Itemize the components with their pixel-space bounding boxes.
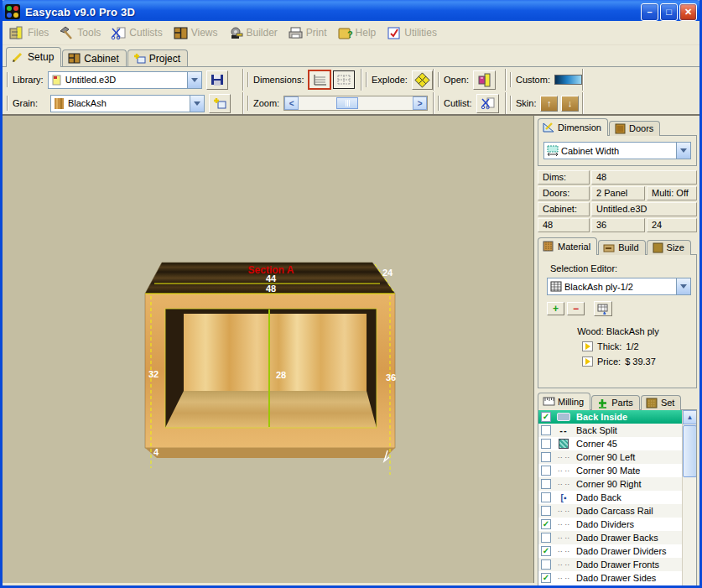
toolbar-utilities[interactable]: Utilities (382, 24, 440, 42)
list-item[interactable]: Corner 45 (538, 437, 682, 450)
dims-value: 48 (591, 170, 697, 185)
toolbar-cutlists[interactable]: Cutlists (107, 24, 165, 42)
tools-icon (59, 26, 75, 40)
item-checkbox[interactable] (541, 466, 551, 476)
tab-doors[interactable]: Doors (609, 121, 660, 136)
material-table-button[interactable] (594, 301, 612, 316)
maximize-button[interactable]: □ (660, 3, 678, 21)
dropdown-arrow-icon[interactable] (187, 72, 201, 88)
tab-project[interactable]: Project (127, 49, 188, 67)
dimension-selector-combobox[interactable]: Cabinet Width (543, 142, 691, 159)
open-button[interactable] (473, 70, 496, 90)
tab-material[interactable]: Material (538, 237, 597, 255)
list-item[interactable]: ✓·· ··Dado Drawer Sides (538, 571, 682, 585)
item-checkbox[interactable]: ✓ (541, 412, 551, 422)
add-grain-button[interactable] (209, 94, 231, 113)
item-checkbox[interactable] (541, 533, 551, 543)
toolbar-tools[interactable]: Tools (55, 24, 104, 42)
zoom-in-arrow[interactable]: > (413, 96, 427, 110)
scroll-thumb[interactable] (683, 425, 697, 477)
list-item[interactable]: ·· ··Dado Drawer Backs (538, 531, 682, 544)
selection-editor-combobox[interactable]: BlackAsh ply-1/2 (547, 278, 691, 295)
right-panel: Dimension Doors Cabinet Width Dims: 48 (533, 116, 699, 583)
3d-viewport[interactable]: Section A 44 48 24 32 28 36 4 (3, 116, 533, 583)
toolbar-print[interactable]: Print (284, 24, 330, 42)
item-checkbox[interactable] (541, 452, 551, 462)
scroll-up-arrow[interactable]: ▲ (683, 410, 697, 424)
skin-up-button[interactable]: ↑ (540, 96, 558, 112)
custom-swatch[interactable] (554, 75, 582, 85)
zoom-out-arrow[interactable]: < (284, 96, 299, 110)
item-checkbox[interactable] (541, 439, 551, 449)
milling-parts-set-tabs: Milling Parts Set (538, 393, 697, 410)
cabinet-bottom-shelf (165, 391, 377, 428)
depth-value: 24 (647, 218, 697, 232)
tab-size-label: Size (667, 242, 684, 252)
close-button[interactable]: ✕ (679, 3, 697, 21)
dots-icon: ·· ·· (554, 574, 573, 582)
list-item[interactable]: [▪Dado Back (538, 491, 682, 504)
tab-dimension[interactable]: Dimension (538, 118, 608, 136)
list-item[interactable]: ·· ··Corner 90 Right (538, 477, 682, 491)
square-icon (559, 439, 569, 449)
item-checkbox[interactable]: ✓ (541, 546, 551, 556)
zoom-thumb[interactable] (336, 97, 358, 109)
tab-size[interactable]: Size (647, 240, 691, 255)
list-scrollbar[interactable]: ▲ ▼ (682, 410, 696, 588)
toolbar-files[interactable]: Files (6, 24, 52, 42)
skin-down-button[interactable]: ↓ (561, 96, 579, 112)
dropdown-arrow-icon[interactable] (190, 96, 204, 112)
svg-text:?: ? (347, 29, 353, 39)
library-combobox[interactable]: Untitled.e3D (48, 71, 202, 89)
list-item[interactable]: ✓Back Inside (538, 410, 682, 424)
list-item[interactable]: ✓·· ··Dado Dividers (538, 518, 682, 531)
cutlists-icon (111, 26, 127, 40)
list-item[interactable]: ·· ··Dado Drawer Fronts (538, 558, 682, 571)
toolbar-views[interactable]: Views (169, 24, 221, 42)
tab-cabinet[interactable]: Cabinet (62, 49, 126, 67)
tab-setup[interactable]: Setup (6, 47, 61, 67)
list-item[interactable]: --Back Split (538, 424, 682, 437)
dimensions-on-button[interactable] (309, 70, 330, 89)
dim-inner-height: 28 (276, 370, 286, 380)
control-panel: Library: Untitled.e3D Dimensions: (3, 66, 699, 116)
item-checkbox[interactable] (541, 506, 551, 516)
dimension-doors-tabs: Dimension Doors (538, 118, 697, 136)
tab-parts[interactable]: Parts (591, 395, 640, 410)
open-cabinet-icon (477, 73, 491, 87)
item-checkbox[interactable] (541, 425, 551, 435)
cabinet-label: Cabinet: (538, 202, 590, 216)
toolbar-help[interactable]: ? Help (334, 24, 380, 42)
tab-set[interactable]: Set (641, 395, 682, 410)
tab-build[interactable]: Build (598, 240, 645, 255)
list-item[interactable]: ·· ··Corner 90 Mate (538, 464, 682, 477)
minimize-button[interactable]: – (641, 3, 658, 21)
item-checkbox[interactable]: ✓ (541, 519, 551, 529)
toolbar-help-label: Help (356, 27, 377, 39)
cutlist-button[interactable] (476, 94, 499, 113)
list-item-label: Corner 90 Right (576, 479, 642, 489)
list-item[interactable]: ·· ··Corner 90 Left (538, 450, 682, 464)
add-material-button[interactable]: + (547, 302, 564, 315)
tab-milling[interactable]: Milling (538, 393, 590, 410)
grain-label: Grain: (13, 98, 38, 108)
item-checkbox[interactable] (541, 479, 551, 489)
toolbar-builder[interactable]: Builder (225, 24, 281, 42)
milling-list: ✓Back Inside--Back SplitCorner 45·· ··Co… (538, 410, 682, 585)
list-item[interactable]: ·· ··Dado Carcass Rail (538, 504, 682, 518)
item-checkbox[interactable] (541, 492, 551, 502)
list-item[interactable]: ✓·· ··Dado Drawer Dividers (538, 544, 682, 558)
remove-material-button[interactable]: − (567, 302, 585, 315)
zoom-slider[interactable]: < > (283, 96, 428, 111)
grain-combobox[interactable]: BlackAsh (50, 95, 205, 112)
dropdown-arrow-icon[interactable] (676, 143, 690, 159)
multi-value: Multi: Off (647, 186, 697, 200)
dimensions-off-button[interactable] (333, 70, 355, 89)
explode-diamond-icon (413, 71, 431, 89)
save-library-button[interactable] (206, 70, 228, 90)
item-checkbox[interactable] (541, 559, 551, 570)
explode-button[interactable] (412, 70, 433, 90)
dropdown-arrow-icon[interactable] (676, 278, 690, 294)
bracket-icon: [▪ (554, 493, 573, 502)
item-checkbox[interactable]: ✓ (541, 573, 551, 583)
